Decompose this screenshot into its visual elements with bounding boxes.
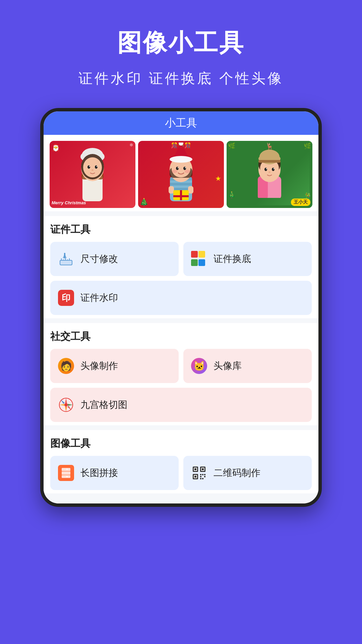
svg-rect-70 — [200, 474, 201, 475]
svg-point-24 — [183, 167, 186, 170]
svg-point-46 — [268, 171, 270, 173]
girl-figure-3 — [251, 144, 288, 198]
svg-rect-29 — [169, 186, 174, 194]
svg-point-9 — [89, 166, 90, 167]
svg-rect-60 — [62, 475, 70, 478]
svg-rect-63 — [194, 468, 196, 470]
svg-rect-58 — [62, 468, 70, 471]
ruler-icon — [57, 250, 75, 268]
leaf-deco-bl: 🎄 — [228, 191, 235, 199]
avatar-lib-label: 头像库 — [214, 360, 242, 372]
bg-change-card[interactable]: 证件换底 — [183, 242, 312, 276]
app-title: 小工具 — [165, 116, 197, 130]
merry-christmas-text: Merry Christmas — [52, 200, 86, 205]
svg-point-22 — [179, 143, 183, 146]
girl-figure-1 — [74, 143, 111, 201]
avatar-make-label: 头像制作 — [80, 360, 118, 372]
svg-point-8 — [95, 165, 98, 169]
certificate-tools-section: 证件工具 — [44, 216, 318, 318]
svg-rect-75 — [200, 478, 201, 479]
svg-rect-73 — [200, 476, 201, 477]
qr-code-card[interactable]: 二维码制作 — [183, 456, 312, 490]
palette-icon — [190, 250, 208, 268]
tree-icon: 🎄 — [139, 198, 148, 207]
certificate-tools-title: 证件工具 — [50, 223, 312, 236]
svg-point-28 — [185, 170, 190, 173]
shutter-icon — [57, 396, 75, 414]
holly-deco: 🎋 — [304, 192, 311, 199]
svg-rect-72 — [204, 474, 205, 475]
star-icon: ★ — [215, 174, 221, 182]
size-edit-card[interactable]: 尺寸修改 — [50, 242, 179, 276]
social-tools-grid: 🧑 头像制作 🐱 头像库 — [50, 349, 312, 422]
svg-point-44 — [266, 168, 267, 169]
certificate-tools-grid: 尺寸修改 证件换底 — [50, 242, 312, 315]
svg-rect-71 — [202, 474, 203, 475]
size-edit-label: 尺寸修改 — [80, 253, 118, 265]
svg-point-21 — [170, 156, 192, 163]
svg-rect-66 — [202, 468, 204, 470]
svg-point-26 — [185, 167, 186, 168]
image-tools-grid: 长图拼接 — [50, 456, 312, 490]
nine-grid-card[interactable]: 九宫格切图 — [50, 388, 312, 422]
social-tools-title: 社交工具 — [50, 330, 312, 343]
bg-change-label: 证件换底 — [214, 253, 251, 265]
svg-point-6 — [83, 157, 102, 177]
svg-rect-74 — [204, 476, 205, 477]
phone-frame: 小工具 🎅 ❄ — [40, 108, 322, 507]
name-badge: 王小天 — [291, 199, 310, 206]
svg-point-10 — [97, 166, 98, 167]
svg-point-43 — [272, 168, 275, 171]
leaf-deco-tl: 🌿 — [228, 142, 235, 150]
svg-rect-33 — [173, 195, 189, 197]
social-tools-section: 社交工具 🧑 头像制作 🐱 头像库 — [44, 323, 318, 425]
svg-rect-54 — [64, 253, 65, 258]
svg-rect-30 — [188, 186, 193, 194]
svg-rect-47 — [60, 260, 72, 265]
qr-icon — [190, 464, 208, 482]
svg-point-7 — [87, 165, 90, 169]
watermark-label: 证件水印 — [80, 291, 118, 304]
svg-point-23 — [176, 167, 179, 170]
banner-card-3[interactable]: 🌿 🌿 🎄 🎋 🦌 — [227, 141, 312, 208]
phone-statusbar: 小工具 — [44, 111, 318, 135]
hero-title: 图像小工具 — [13, 27, 349, 59]
avatar-icon: 🧑 — [57, 357, 75, 375]
svg-rect-41 — [258, 160, 281, 163]
santa-icon: 🎅 — [52, 144, 60, 152]
svg-point-11 — [92, 169, 94, 171]
phone-content: 🎅 ❄ — [44, 135, 318, 503]
svg-point-25 — [178, 167, 179, 168]
leaf-deco-tr: 🌿 — [304, 142, 311, 150]
longimg-icon — [57, 464, 75, 482]
hero-section: 图像小工具 证件水印 证件换底 个性头像 — [0, 0, 362, 108]
svg-rect-76 — [202, 478, 203, 479]
svg-point-42 — [264, 168, 267, 171]
banner-section: 🎅 ❄ — [44, 135, 318, 211]
svg-rect-59 — [62, 472, 70, 475]
snow-deco: ❄ — [129, 142, 133, 148]
long-img-card[interactable]: 长图拼接 — [50, 456, 179, 490]
svg-rect-14 — [170, 183, 192, 185]
qr-code-label: 二维码制作 — [214, 467, 260, 479]
long-img-label: 长图拼接 — [80, 467, 118, 479]
svg-point-56 — [64, 403, 68, 407]
svg-point-45 — [274, 168, 275, 169]
image-tools-section: 图像工具 — [44, 430, 318, 493]
nine-grid-label: 九宫格切图 — [80, 398, 127, 411]
girl-figure-2 — [163, 143, 199, 201]
watermark-card[interactable]: 印 证件水印 — [50, 281, 312, 315]
banner-card-1[interactable]: 🎅 ❄ — [50, 141, 135, 208]
stamp-icon: 印 — [57, 289, 75, 307]
hero-subtitle: 证件水印 证件换底 个性头像 — [13, 69, 349, 88]
image-tools-title: 图像工具 — [50, 437, 312, 450]
banner-card-2[interactable]: 🎊🎋🎊 🎄 ★ — [138, 141, 224, 208]
avatar-make-card[interactable]: 🧑 头像制作 — [50, 349, 179, 383]
avatar2-icon: 🐱 — [190, 357, 208, 375]
avatar-lib-card[interactable]: 🐱 头像库 — [183, 349, 312, 383]
svg-rect-69 — [194, 476, 196, 478]
svg-point-27 — [172, 170, 177, 173]
